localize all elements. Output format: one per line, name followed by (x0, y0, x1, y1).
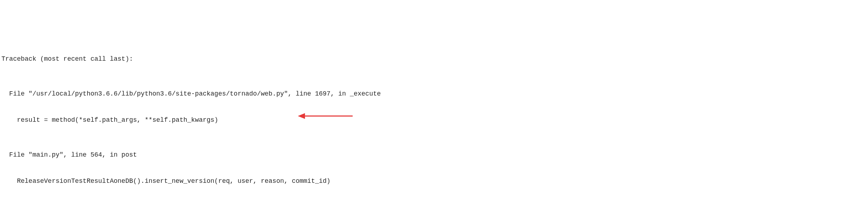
frame-file-line: File "main.py", line 564, in post (1, 151, 867, 159)
frame-file-line: File "/usr/local/python3.6.6/lib/python3… (1, 89, 867, 98)
traceback-block: Traceback (most recent call last): File … (1, 37, 867, 199)
frame-code-line: ReleaseVersionTestResultAoneDB().insert_… (1, 177, 867, 185)
frame-code-line: result = method(*self.path_args, **self.… (1, 116, 867, 124)
traceback-header: Traceback (most recent call last): (1, 55, 867, 63)
